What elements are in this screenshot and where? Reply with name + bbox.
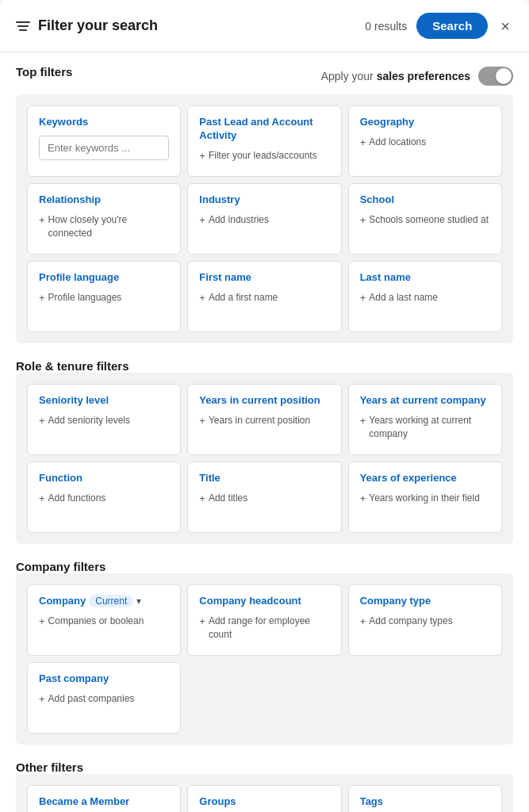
filter-icon [16,21,30,31]
filter-card-seniority-title: Seniority level [39,394,169,408]
filter-card-school-title: School [360,193,490,207]
plus-icon: + [199,213,205,228]
filter-card-last-name[interactable]: Last name + Add a last name [348,261,502,332]
filter-card-last-name-subtitle: + Add a last name [360,291,490,305]
filter-card-years-current-company[interactable]: Years at current company + Years working… [348,384,502,455]
filter-card-school[interactable]: School + Schools someone studied at [348,183,502,255]
plus-icon: + [199,492,205,506]
header-right: 0 results Search × [365,13,513,39]
preferences-row: Apply your sales preferences [321,67,513,86]
plus-icon: + [360,136,366,150]
role-tenure-section: Role & tenure filters Seniority level + … [16,359,513,544]
plus-icon: + [360,492,366,506]
filter-card-industry[interactable]: Industry + Add industries [187,183,341,255]
filter-card-school-subtitle: + Schools someone studied at [360,213,490,228]
filter-card-company-type[interactable]: Company type + Add company types [348,584,502,656]
search-button[interactable]: Search [416,13,488,39]
main-content: Top filters Apply your sales preferences… [0,52,529,812]
plus-icon: + [199,149,205,163]
plus-icon: + [39,692,45,707]
filter-card-groups[interactable]: Groups + Find people in groups [187,785,341,812]
keywords-input[interactable] [39,136,169,160]
filter-card-company-type-title: Company type [360,595,490,608]
plus-icon: + [360,291,366,305]
filter-card-headcount-title: Company headcount [199,595,329,608]
filter-card-last-name-title: Last name [360,271,490,285]
filter-card-profile-language-subtitle: + Profile languages [39,291,169,305]
company-filters-block: Company Current ▾ + Companies or boolean… [16,573,513,745]
filter-card-geography-subtitle: + Add locations [360,136,490,150]
filter-card-past-lead-title: Past Lead and Account Activity [199,116,329,143]
filter-card-past-lead-subtitle: + Filter your leads/accounts [199,149,329,163]
top-filters-grid: Keywords Past Lead and Account Activity … [27,105,502,332]
filter-card-past-company-subtitle: + Add past companies [39,692,169,707]
filter-card-relationship-title: Relationship [39,193,169,207]
close-button[interactable]: × [497,15,513,37]
filter-card-function[interactable]: Function + Add functions [27,462,181,533]
plus-icon: + [360,213,366,228]
filter-card-company-subtitle: + Companies or boolean [39,615,169,629]
filter-card-geography[interactable]: Geography + Add locations [348,105,502,177]
filter-card-seniority-subtitle: + Add seniority levels [39,414,169,428]
preferences-toggle[interactable] [478,67,513,86]
filter-card-industry-subtitle: + Add industries [199,213,329,228]
plus-icon: + [360,414,366,428]
other-filters-grid: Became a Member + When they joined Linke… [27,785,502,812]
filter-card-tags[interactable]: Tags + Add tags [348,785,502,812]
filter-card-past-lead[interactable]: Past Lead and Account Activity + Filter … [187,105,341,177]
filter-card-years-position-subtitle: + Years in current position [199,414,329,428]
filter-card-became-member[interactable]: Became a Member + When they joined Linke… [27,785,181,812]
preferences-text: Apply your sales preferences [321,70,470,82]
company-filters-label: Company filters [16,560,105,573]
filter-card-first-name[interactable]: First name + Add a first name [187,261,341,332]
filter-card-industry-title: Industry [199,193,329,207]
filter-card-function-subtitle: + Add functions [39,492,169,506]
plus-icon: + [39,492,45,506]
filter-card-first-name-subtitle: + Add a first name [199,291,329,305]
role-tenure-block: Seniority level + Add seniority levels Y… [16,373,513,544]
filter-card-geography-title: Geography [360,116,490,129]
plus-icon: + [39,213,45,228]
filter-card-profile-language[interactable]: Profile language + Profile languages [27,261,181,332]
filter-card-past-company[interactable]: Past company + Add past companies [27,662,181,733]
filter-card-keywords-title: Keywords [39,116,169,129]
page-title: Filter your search [38,17,158,34]
filter-card-years-experience-title: Years of experience [360,472,490,485]
header-left: Filter your search [16,17,158,34]
plus-icon: + [39,615,45,629]
filter-card-relationship-subtitle: + How closely you're connected [39,213,169,240]
filter-card-years-experience[interactable]: Years of experience + Years working in t… [348,462,502,533]
filter-card-title-filter-title: Title [199,472,329,485]
filter-card-headcount[interactable]: Company headcount + Add range for employ… [187,584,341,656]
company-card-header: Company Current ▾ [39,595,169,608]
filter-card-title-filter-subtitle: + Add titles [199,492,329,506]
filter-card-years-current-position[interactable]: Years in current position + Years in cur… [187,384,341,455]
top-filters-section: Top filters Apply your sales preferences… [16,65,513,343]
filter-card-relationship[interactable]: Relationship + How closely you're connec… [27,183,181,255]
plus-icon: + [199,414,205,428]
filter-card-title-filter[interactable]: Title + Add titles [187,462,341,533]
role-tenure-label: Role & tenure filters [16,359,129,373]
filter-card-years-position-title: Years in current position [199,394,329,408]
filter-card-became-member-title: Became a Member [39,795,169,809]
plus-icon: + [39,291,45,305]
plus-icon: + [199,615,205,629]
filter-card-company-type-subtitle: + Add company types [360,615,490,629]
filter-card-company[interactable]: Company Current ▾ + Companies or boolean [27,584,181,656]
chevron-down-icon[interactable]: ▾ [136,596,141,607]
filter-card-years-experience-subtitle: + Years working in their field [360,492,490,506]
filter-card-headcount-subtitle: + Add range for employee count [199,615,329,642]
filter-card-years-company-subtitle: + Years working at current company [360,414,490,441]
top-filters-label: Top filters [16,65,72,79]
role-tenure-grid: Seniority level + Add seniority levels Y… [27,384,502,533]
other-filters-block: Became a Member + When they joined Linke… [16,774,513,812]
plus-icon: + [199,291,205,305]
filter-card-seniority[interactable]: Seniority level + Add seniority levels [27,384,181,455]
toggle-knob [496,68,512,84]
company-filters-grid: Company Current ▾ + Companies or boolean… [27,584,502,733]
top-filters-block: Keywords Past Lead and Account Activity … [16,94,513,343]
filter-card-keywords[interactable]: Keywords [27,105,181,177]
filter-card-function-title: Function [39,472,169,485]
filter-card-company-title: Company [39,595,86,608]
filter-card-past-company-title: Past company [39,672,169,686]
